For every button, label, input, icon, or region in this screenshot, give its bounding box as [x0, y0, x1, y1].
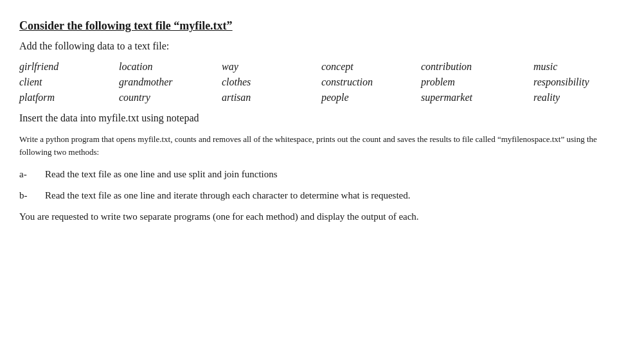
word-client: client	[19, 76, 119, 88]
word-music: music	[533, 61, 630, 73]
word-supermarket: supermarket	[421, 92, 533, 103]
list-label-a: a-	[19, 167, 37, 182]
word-people: people	[321, 92, 421, 103]
subtitle: Add the following data to a text file:	[19, 40, 625, 52]
word-contribution: contribution	[421, 61, 533, 73]
word-country: country	[119, 92, 222, 103]
page-container: Consider the following text file “myfile…	[19, 13, 625, 231]
list-label-b: b-	[19, 188, 37, 203]
word-concept: concept	[321, 61, 421, 73]
final-note: You are requested to write two separate …	[19, 209, 625, 224]
list-item-b: b- Read the text file as one line and it…	[19, 188, 625, 203]
word-reality: reality	[533, 92, 630, 103]
word-clothes: clothes	[222, 76, 321, 88]
list-text-b: Read the text file as one line and itera…	[45, 188, 411, 203]
description-text: Write a python program that opens myfile…	[19, 133, 625, 158]
word-grid: girlfriend location way concept contribu…	[19, 61, 625, 103]
word-way: way	[222, 61, 321, 73]
word-problem: problem	[421, 76, 533, 88]
instruction-text: Insert the data into myfile.txt using no…	[19, 112, 625, 124]
word-platform: platform	[19, 92, 119, 103]
word-construction: construction	[321, 76, 421, 88]
list-item-a: a- Read the text file as one line and us…	[19, 167, 625, 182]
main-title: Consider the following text file “myfile…	[19, 19, 625, 33]
word-location: location	[119, 61, 222, 73]
word-girlfriend: girlfriend	[19, 61, 119, 73]
word-grandmother: grandmother	[119, 76, 222, 88]
word-responsibility: responsibility	[533, 76, 630, 88]
list-text-a: Read the text file as one line and use s…	[45, 167, 278, 182]
word-artisan: artisan	[222, 92, 321, 103]
